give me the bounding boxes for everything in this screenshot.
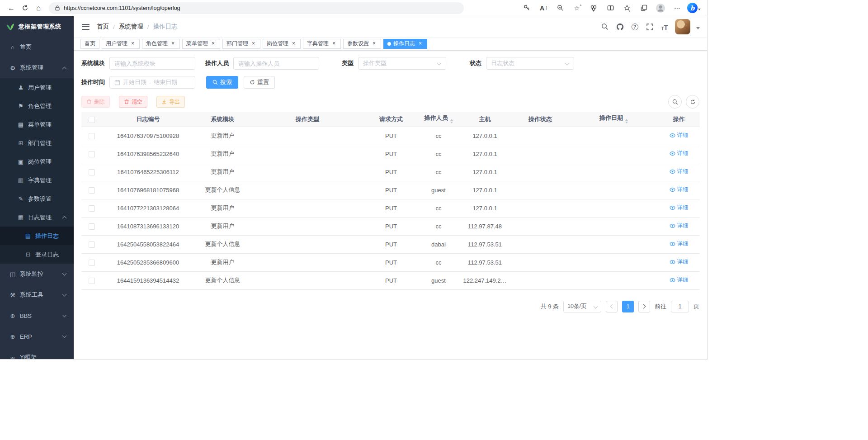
detail-link[interactable]: 详细 (670, 258, 689, 266)
sidebar-item-role[interactable]: ⚑角色管理 (0, 97, 74, 115)
sidebar-item-erp[interactable]: ⊕ERP (0, 326, 74, 347)
close-icon[interactable]: × (130, 41, 136, 47)
search-button[interactable]: 搜索 (206, 76, 238, 89)
address-bar[interactable]: https://ccnetcore.com:1101/system/log/op… (49, 2, 464, 14)
fullscreen-icon[interactable] (645, 22, 654, 31)
column-header[interactable]: 操作人员 (418, 112, 459, 127)
close-icon[interactable]: × (250, 41, 256, 47)
row-checkbox[interactable] (89, 187, 95, 194)
more-options-icon[interactable]: ⋯ (670, 2, 685, 14)
sidebar-item-yiframe[interactable]: ∞Yi框架 (0, 347, 74, 360)
tab-dict[interactable]: 字典管理× (303, 39, 341, 49)
tab-user[interactable]: 用户管理× (102, 39, 140, 49)
app-logo[interactable]: 意框架管理系统 (0, 16, 74, 37)
detail-link[interactable]: 详细 (670, 276, 689, 284)
row-checkbox[interactable] (89, 260, 95, 266)
sidebar-item-dept[interactable]: ⊞部门管理 (0, 134, 74, 152)
detail-link[interactable]: 详细 (670, 168, 689, 175)
goto-page-input[interactable] (671, 301, 689, 312)
delete-button[interactable]: 删除 (81, 96, 110, 108)
sidebar-item-menu[interactable]: ▤菜单管理 (0, 115, 74, 134)
favorite-star-icon[interactable]: ☆+ (569, 2, 585, 14)
detail-link[interactable]: 详细 (670, 240, 689, 248)
sidebar-item-config[interactable]: ✎参数设置 (0, 189, 74, 208)
sidebar-item-loginlog[interactable]: ⊡登录日志 (0, 245, 74, 264)
hamburger-icon[interactable] (82, 24, 90, 30)
sidebar-item-user[interactable]: ♟用户管理 (0, 78, 74, 97)
sidebar-item-system[interactable]: ⚙系统管理 (0, 57, 74, 78)
tab-post[interactable]: 岗位管理× (263, 39, 301, 49)
github-icon[interactable] (615, 22, 624, 31)
column-header[interactable]: 操作日期 (570, 112, 658, 127)
close-icon[interactable]: × (291, 41, 297, 47)
back-button[interactable]: ← (5, 2, 18, 14)
tab-operlog[interactable]: 操作日志× (383, 39, 427, 49)
home-button[interactable]: ⌂ (32, 2, 45, 14)
breadcrumb-item[interactable]: 首页 (97, 23, 109, 31)
detail-link[interactable]: 详细 (670, 150, 689, 157)
current-page[interactable]: 1 (622, 301, 634, 312)
status-select[interactable]: 日志状态 (486, 57, 574, 70)
font-size-icon[interactable]: TT (660, 22, 669, 31)
tab-home[interactable]: 首页 (80, 39, 99, 49)
favorites-bar-icon[interactable] (619, 2, 635, 14)
clear-button[interactable]: 清空 (119, 96, 147, 108)
zoom-out-icon[interactable] (552, 2, 568, 14)
sidebar-item-bbs[interactable]: ⊕BBS (0, 305, 74, 326)
copilot-icon[interactable]: b (686, 2, 702, 14)
sidebar-item-monitor[interactable]: ◫系统监控 (0, 264, 74, 284)
help-icon[interactable]: ? (630, 22, 639, 31)
close-icon[interactable]: × (331, 41, 337, 47)
profile-avatar-icon[interactable] (653, 2, 668, 14)
tab-menu[interactable]: 菜单管理× (182, 39, 220, 49)
sidebar-item-post[interactable]: ▣岗位管理 (0, 152, 74, 171)
module-input[interactable] (109, 57, 195, 70)
close-icon[interactable]: × (371, 41, 377, 47)
tab-config[interactable]: 参数设置× (343, 39, 381, 49)
read-aloud-icon[interactable]: A (536, 2, 551, 14)
avatar-caret-icon[interactable] (696, 27, 700, 31)
search-icon[interactable] (600, 22, 609, 31)
type-select[interactable]: 操作类型 (358, 57, 446, 70)
operator-input[interactable] (233, 57, 319, 70)
close-icon[interactable]: × (210, 41, 216, 47)
browser-essentials-icon[interactable] (586, 2, 601, 14)
breadcrumb-item[interactable]: 系统管理 (119, 23, 143, 31)
date-range-picker[interactable]: 开始日期 - 结束日期 (109, 76, 195, 89)
refresh-button[interactable] (18, 2, 32, 14)
detail-link[interactable]: 详细 (670, 222, 689, 230)
row-checkbox[interactable] (89, 278, 95, 284)
row-checkbox[interactable] (89, 241, 95, 248)
next-page-button[interactable] (638, 301, 650, 312)
row-checkbox[interactable] (89, 205, 95, 212)
close-icon[interactable]: × (170, 41, 176, 47)
export-button[interactable]: 导出 (156, 96, 185, 108)
user-avatar[interactable] (675, 19, 690, 34)
toggle-search-button[interactable] (668, 95, 682, 109)
tab-role[interactable]: 角色管理× (142, 39, 180, 49)
tab-dept[interactable]: 部门管理× (222, 39, 260, 49)
select-all-checkbox[interactable] (89, 117, 95, 123)
page-size-select[interactable]: 10条/页 (563, 301, 601, 312)
detail-link[interactable]: 详细 (670, 132, 689, 139)
sort-icon[interactable] (450, 118, 453, 125)
sidebar-item-home[interactable]: ⌂首页 (0, 37, 74, 57)
split-screen-icon[interactable] (603, 2, 618, 14)
password-key-icon[interactable] (519, 2, 534, 14)
refresh-table-button[interactable] (686, 95, 699, 109)
sidebar-item-log[interactable]: ▦日志管理 (0, 208, 74, 227)
detail-link[interactable]: 详细 (670, 204, 689, 212)
row-checkbox[interactable] (89, 223, 95, 230)
reset-button[interactable]: 重置 (244, 76, 275, 89)
collections-icon[interactable] (636, 2, 651, 14)
detail-link[interactable]: 详细 (670, 186, 689, 194)
sort-icon[interactable] (625, 118, 628, 125)
prev-page-button[interactable] (606, 301, 618, 312)
sidebar-item-operlog[interactable]: ▤操作日志 (0, 227, 74, 245)
sidebar-item-dict[interactable]: ▥字典管理 (0, 171, 74, 189)
row-checkbox[interactable] (89, 133, 95, 139)
row-checkbox[interactable] (89, 169, 95, 175)
close-icon[interactable]: × (417, 41, 423, 47)
row-checkbox[interactable] (89, 151, 95, 157)
sidebar-item-tool[interactable]: ⚒系统工具 (0, 284, 74, 305)
